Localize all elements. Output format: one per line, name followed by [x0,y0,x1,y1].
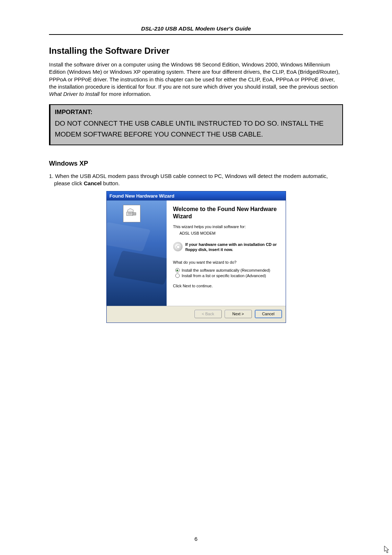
wizard-device-name: ADSL USB MODEM [180,231,279,235]
hardware-icon [123,205,140,222]
cancel-button[interactable]: Cancel [255,310,282,318]
radio-icon [175,268,180,272]
section-heading: Installing the Software Driver [49,46,343,56]
svg-rect-0 [126,212,132,215]
radio-option-auto[interactable]: Install the software automatically (Reco… [175,268,279,272]
dialog-sidebar [107,200,167,306]
wizard-welcome-heading: Welcome to the Found New Hardware Wizard [173,206,279,220]
intro-text-italic: What Driver to Install [49,91,99,97]
intro-text-pre: Install the software driver on a compute… [49,61,340,90]
important-callout: IMPORTANT: DO NOT CONNECT THE USB CABLE … [49,104,343,145]
radio-option-list[interactable]: Install from a list or specific location… [175,274,279,278]
wizard-question: What do you want the wizard to do? [173,260,279,264]
step-1: 1. When the USB ADSL modem pass through … [49,173,343,187]
back-button: < Back [195,310,222,318]
found-new-hardware-wizard-dialog: Found New Hardware Wizard [106,191,286,323]
radio-icon [175,274,180,278]
svg-rect-1 [132,212,136,215]
step-1-bold: Cancel [84,180,102,186]
step-1-post: button. [102,180,120,186]
dialog-footer: < Back Next > Cancel [107,306,286,323]
intro-text-post: for more information. [99,91,151,97]
cd-icon [173,242,183,251]
important-body: DO NOT CONNECT THE USB CABLE UNTIL INSTR… [55,118,338,139]
radio-label-list: Install from a list or specific location… [182,274,266,278]
wizard-continue-text: Click Next to continue. [173,284,279,288]
subsection-heading: Windows XP [49,160,343,167]
cursor-icon [384,546,391,554]
radio-label-auto: Install the software automatically (Reco… [182,268,270,272]
intro-paragraph: Install the software driver on a compute… [49,61,343,98]
wizard-cd-instruction: If your hardware came with an installati… [185,242,279,252]
wizard-helps-text: This wizard helps you install software f… [173,224,279,229]
dialog-titlebar[interactable]: Found New Hardware Wizard [107,191,286,200]
page-header: DSL-210 USB ADSL Modem User's Guide [49,25,343,35]
device-connector-icon [126,207,138,220]
page-number: 6 [0,536,392,542]
next-button[interactable]: Next > [225,310,252,318]
important-label: IMPORTANT: [55,109,338,116]
